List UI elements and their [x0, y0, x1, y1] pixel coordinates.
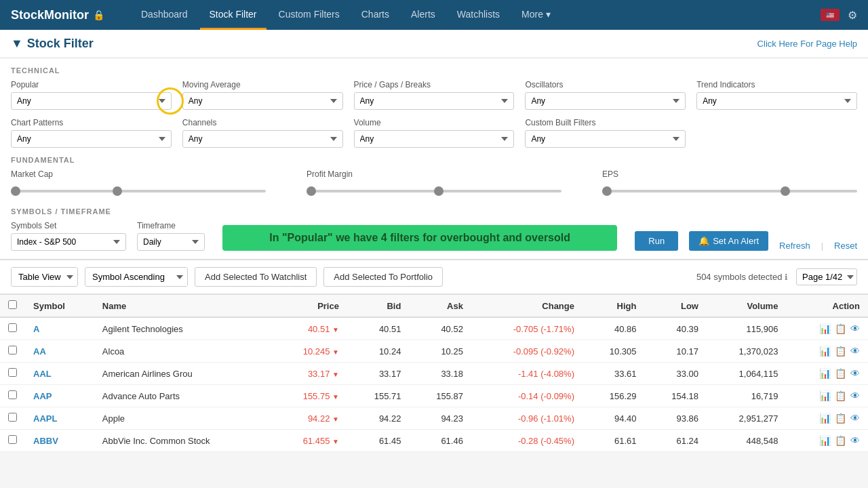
select-all-header[interactable] — [0, 295, 25, 318]
change-header[interactable]: Change — [471, 295, 583, 318]
row-checkbox[interactable] — [8, 323, 17, 332]
symbol-link[interactable]: A — [33, 324, 39, 334]
row-checkbox-cell[interactable] — [0, 385, 25, 407]
brand-name: StockMonitor — [11, 8, 89, 22]
popular-select[interactable]: Any — [11, 92, 172, 110]
custom-filters-select[interactable]: Any — [525, 130, 686, 148]
list-icon[interactable]: 📋 — [835, 390, 846, 401]
nav-links: Dashboard Stock Filter Custom Filters Ch… — [132, 1, 821, 30]
page-help-link[interactable]: Click Here For Page Help — [757, 39, 857, 49]
set-alert-button[interactable]: 🔔 Set An Alert — [689, 231, 768, 251]
eye-icon[interactable]: 👁 — [850, 368, 860, 379]
nav-more[interactable]: More ▾ — [512, 1, 560, 30]
channels-select[interactable]: Any — [182, 130, 343, 148]
page-select[interactable]: Page 1/42 Page 2/42 Page 3/42 — [796, 268, 857, 285]
price-gaps-select[interactable]: Any — [354, 92, 515, 110]
eye-icon[interactable]: 👁 — [850, 390, 860, 401]
timeframe-select[interactable]: Daily — [137, 233, 205, 251]
nav-charts[interactable]: Charts — [352, 1, 399, 30]
eps-thumb-right[interactable] — [781, 186, 790, 196]
bid-header[interactable]: Bid — [347, 295, 410, 318]
oscillators-select[interactable]: Any — [525, 92, 686, 110]
price-header[interactable]: Price — [272, 295, 347, 318]
list-icon[interactable]: 📋 — [835, 323, 846, 334]
chart-icon[interactable]: 📊 — [819, 413, 831, 424]
list-icon[interactable]: 📋 — [835, 435, 846, 446]
separator: | — [821, 241, 823, 251]
list-icon[interactable]: 📋 — [835, 346, 846, 357]
table-row: AAPL Apple 94.22 ▼ 94.22 94.23 -0.96 (-1… — [0, 407, 868, 430]
low-header[interactable]: Low — [644, 295, 707, 318]
low-cell: 93.86 — [644, 407, 707, 430]
profit-margin-thumb-left[interactable] — [307, 186, 316, 196]
row-checkbox-cell[interactable] — [0, 340, 25, 363]
row-checkbox[interactable] — [8, 413, 17, 422]
moving-avg-select[interactable]: Any — [182, 92, 343, 110]
trend-select[interactable]: Any — [696, 92, 857, 110]
chart-icon[interactable]: 📊 — [819, 435, 831, 446]
eye-icon[interactable]: 👁 — [850, 323, 860, 334]
row-checkbox[interactable] — [8, 368, 17, 377]
eye-icon[interactable]: 👁 — [850, 413, 860, 424]
nav-dashboard[interactable]: Dashboard — [132, 1, 197, 30]
ask-header[interactable]: Ask — [409, 295, 471, 318]
nav-custom-filters[interactable]: Custom Filters — [269, 1, 349, 30]
view-select[interactable]: Table View Card View — [12, 268, 77, 286]
action-header: Action — [786, 295, 868, 318]
profit-margin-thumb-right[interactable] — [434, 186, 443, 196]
list-icon[interactable]: 📋 — [835, 368, 846, 379]
reset-link[interactable]: Reset — [834, 241, 857, 251]
oscillators-filter-group: Oscillators Any — [525, 80, 686, 110]
symbol-link[interactable]: AAP — [33, 391, 52, 401]
high-header[interactable]: High — [583, 295, 645, 318]
row-checkbox-cell[interactable] — [0, 407, 25, 430]
add-to-watchlist-button[interactable]: Add Selected To Watchlist — [195, 267, 317, 287]
info-icon[interactable]: ℹ — [785, 272, 788, 282]
price-cell: 10.245 ▼ — [272, 340, 347, 363]
price-gaps-filter-group: Price / Gaps / Breaks Any — [354, 80, 515, 110]
table-row: AAL American Airlines Grou 33.17 ▼ 33.17… — [0, 363, 868, 385]
run-button[interactable]: Run — [635, 231, 678, 251]
change-cell: -0.96 (-1.01%) — [471, 407, 583, 430]
row-checkbox-cell[interactable] — [0, 363, 25, 385]
refresh-link[interactable]: Refresh — [779, 241, 810, 251]
nav-stock-filter[interactable]: Stock Filter — [200, 1, 267, 30]
volume-select[interactable]: Any — [354, 130, 515, 148]
chart-icon[interactable]: 📊 — [819, 323, 831, 334]
row-checkbox-cell[interactable] — [0, 430, 25, 452]
row-checkbox-cell[interactable] — [0, 317, 25, 340]
symbol-header[interactable]: Symbol — [25, 295, 94, 318]
row-checkbox[interactable] — [8, 390, 17, 399]
list-icon[interactable]: 📋 — [835, 413, 846, 424]
eps-thumb-left[interactable] — [602, 186, 612, 196]
chart-patterns-select[interactable]: Any — [11, 130, 172, 148]
chart-icon[interactable]: 📊 — [819, 368, 831, 379]
name-header[interactable]: Name — [94, 295, 272, 318]
timeframe-group: Timeframe Daily — [137, 221, 205, 251]
chart-icon[interactable]: 📊 — [819, 346, 831, 357]
add-to-portfolio-button[interactable]: Add Selected To Portfolio — [323, 267, 443, 287]
symbol-link[interactable]: AAPL — [33, 413, 57, 424]
gear-icon[interactable]: ⚙ — [848, 9, 857, 22]
market-cap-thumb-left[interactable] — [11, 186, 20, 196]
chart-icon[interactable]: 📊 — [819, 390, 831, 401]
row-checkbox[interactable] — [8, 346, 17, 354]
table-controls: Table View Card View Symbol Ascending Sy… — [0, 260, 868, 294]
brand-logo[interactable]: StockMonitor 🔒 — [11, 8, 104, 22]
nav-alerts[interactable]: Alerts — [401, 1, 445, 30]
nav-watchlists[interactable]: Watchlists — [448, 1, 509, 30]
eye-icon[interactable]: 👁 — [850, 435, 860, 446]
eye-icon[interactable]: 👁 — [850, 346, 860, 357]
sort-select[interactable]: Symbol Ascending Symbol Descending Price… — [85, 268, 187, 286]
market-cap-thumb-right[interactable] — [113, 186, 122, 196]
symbol-link[interactable]: ABBV — [33, 436, 58, 446]
volume-header[interactable]: Volume — [707, 295, 786, 318]
select-all-checkbox[interactable] — [8, 300, 17, 309]
row-checkbox[interactable] — [8, 435, 17, 444]
flag-icon[interactable]: 🇺🇸 — [821, 9, 840, 21]
symbols-set-select[interactable]: Index - S&P 500 — [11, 233, 126, 251]
volume-cell: 448,548 — [707, 430, 786, 452]
symbol-link[interactable]: AA — [33, 346, 46, 357]
symbol-link[interactable]: AAL — [33, 369, 52, 379]
change-cell: -1.41 (-4.08%) — [471, 363, 583, 385]
